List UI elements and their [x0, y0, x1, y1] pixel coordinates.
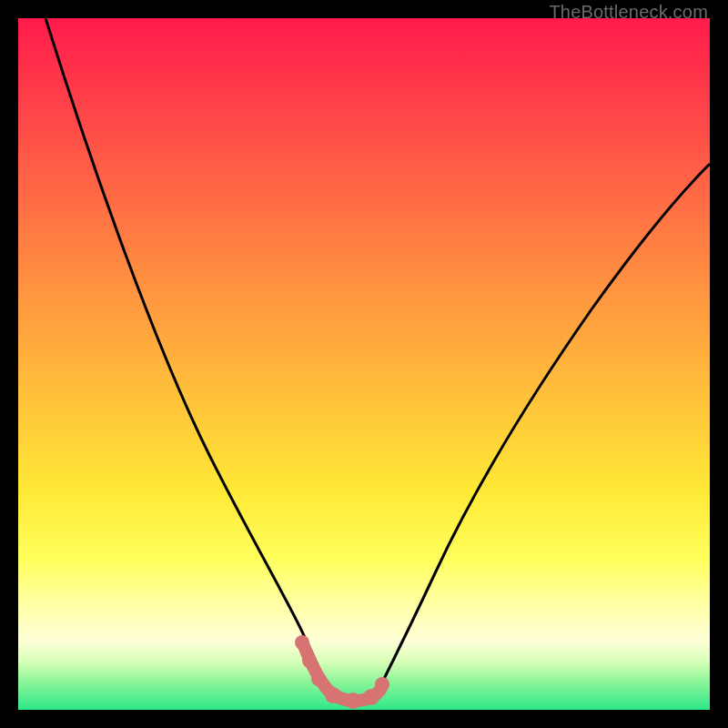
valley-dot	[295, 635, 309, 650]
valley-dot	[302, 653, 317, 668]
right-curve	[378, 164, 710, 692]
valley-dot	[325, 687, 341, 703]
curve-layer	[18, 18, 710, 710]
watermark-text: TheBottleneck.com	[549, 2, 708, 23]
left-curve	[46, 18, 328, 690]
valley-dot	[375, 677, 389, 692]
chart-frame	[18, 18, 710, 710]
valley-dot	[345, 693, 361, 709]
valley-dot	[363, 689, 379, 705]
valley-dot	[311, 672, 326, 686]
